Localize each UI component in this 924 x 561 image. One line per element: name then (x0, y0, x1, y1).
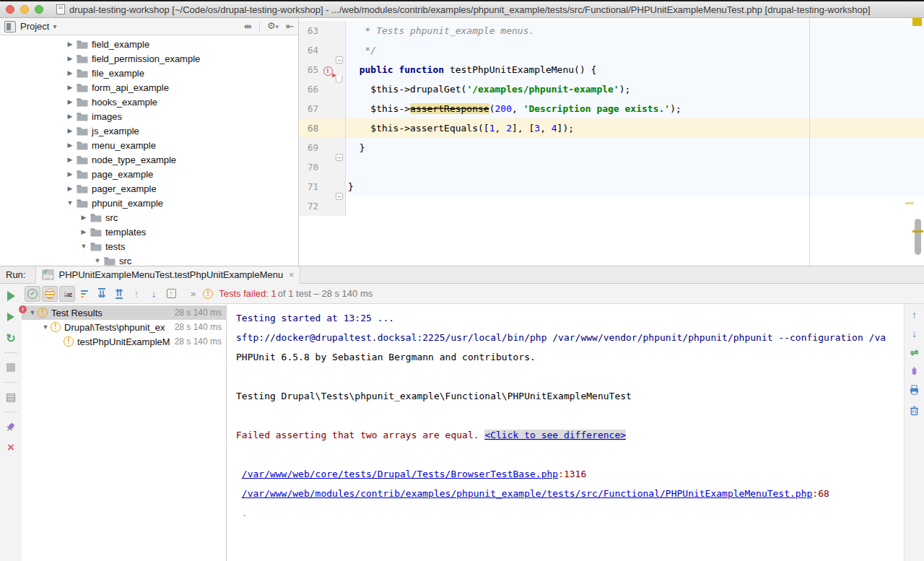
project-view-dropdown-icon[interactable]: ▾ (53, 22, 56, 30)
test-tree-row[interactable]: ▼!Test Results28 s 140 ms (22, 305, 226, 320)
line-number[interactable]: 65 (299, 60, 321, 79)
code-line-72[interactable]: 72 (299, 196, 924, 216)
chevron-down-icon[interactable]: ▼ (65, 199, 75, 206)
line-number[interactable]: 66 (299, 79, 321, 99)
project-tree-item-phpunit_example[interactable]: ▼phpunit_example (0, 196, 298, 210)
more-actions-icon[interactable]: » (191, 288, 196, 299)
editor-gutter[interactable]: 63 (299, 21, 346, 40)
toggle-auto-test-button[interactable]: ↻ (0, 329, 22, 347)
fold-marker-icon[interactable]: − (336, 154, 343, 161)
project-tree-item-hooks_example[interactable]: ▶hooks_example (0, 95, 298, 109)
stop-button[interactable] (0, 359, 22, 376)
project-panel-title[interactable]: Project (20, 21, 49, 32)
project-tree-item-src[interactable]: ▶src (0, 210, 298, 225)
show-passed-filter-button[interactable]: ✓ (25, 286, 40, 302)
close-window-button[interactable] (6, 5, 14, 14)
diff-link[interactable]: <Click to see difference> (484, 430, 626, 440)
project-tree-item-js_example[interactable]: ▶js_example (0, 123, 298, 138)
fold-open-marker-icon[interactable] (335, 76, 342, 82)
chevron-down-icon[interactable]: ▼ (40, 323, 51, 331)
line-number[interactable]: 68 (299, 118, 321, 138)
code-line-67[interactable]: 67 $this->assertResponse(200, 'Descripti… (299, 99, 924, 118)
code-line-66[interactable]: 66 $this->drupalGet('/examples/phpunit-e… (299, 79, 924, 99)
editor-scrollbar[interactable] (915, 219, 921, 255)
editor-gutter[interactable]: 68 (299, 118, 346, 138)
project-tree-item-field_permission_example[interactable]: ▶field_permission_example (0, 51, 298, 66)
test-tree-row[interactable]: ▼!Drupal\Tests\phpunit_ex28 s 140 ms (22, 320, 226, 334)
line-number[interactable]: 71 (299, 177, 321, 196)
show-ignored-filter-button[interactable] (42, 286, 58, 302)
scroll-from-source-icon[interactable]: ⇹ (244, 21, 252, 32)
chevron-right-icon[interactable]: ▶ (65, 185, 75, 192)
stacktrace-link[interactable]: /var/www/web/core/tests/Drupal/Tests/Bro… (242, 469, 558, 479)
code-text[interactable]: public function testPhpUnitExampleMenu()… (346, 60, 924, 79)
editor-gutter[interactable]: 67 (299, 99, 346, 118)
zoom-window-button[interactable] (35, 5, 43, 14)
chevron-right-icon[interactable]: ▶ (79, 228, 89, 235)
chevron-right-icon[interactable]: ▶ (65, 55, 75, 62)
project-tree-item-menu_example[interactable]: ▶menu_example (0, 138, 298, 152)
chevron-right-icon[interactable]: ▶ (65, 98, 75, 105)
scroll-down-icon[interactable]: ↓ (912, 329, 917, 339)
chevron-right-icon[interactable]: ▶ (65, 40, 75, 48)
inspection-status-indicator[interactable] (912, 18, 922, 26)
chevron-right-icon[interactable]: ▶ (65, 113, 75, 120)
code-text[interactable] (346, 157, 924, 177)
fold-marker-icon[interactable]: − (336, 193, 343, 200)
failed-test-run-icon[interactable]: ! (323, 66, 333, 76)
chevron-right-icon[interactable]: ▶ (65, 84, 75, 91)
code-text[interactable]: } (346, 177, 924, 196)
minimize-window-button[interactable] (20, 5, 29, 14)
line-number[interactable]: 72 (299, 196, 321, 216)
stacktrace-link[interactable]: /var/www/web/modules/contrib/examples/ph… (242, 488, 813, 499)
line-number[interactable]: 64 (299, 40, 321, 60)
code-text[interactable]: $this->assertResponse(200, 'Description … (346, 99, 924, 118)
chevron-down-icon[interactable]: ▼ (92, 257, 103, 264)
project-tree-item-file_example[interactable]: ▶file_example (0, 66, 298, 80)
rerun-button[interactable] (0, 287, 22, 305)
line-number[interactable]: 67 (299, 99, 321, 118)
project-tree-item-page_example[interactable]: ▶page_example (0, 167, 298, 181)
project-tree-item-pager_example[interactable]: ▶pager_example (0, 181, 298, 196)
code-line-63[interactable]: 63 * Tests phpunit_example menus. (299, 21, 924, 40)
gear-icon[interactable]: ⚙▾ (267, 20, 279, 32)
chevron-right-icon[interactable]: ▶ (65, 156, 75, 163)
test-console-output[interactable]: Testing started at 13:25 ...sftp://docke… (227, 304, 904, 561)
code-text[interactable]: $this->assertEquals([1, 2], [3, 4]); (346, 118, 924, 138)
scroll-up-icon[interactable]: ↑ (912, 310, 917, 320)
chevron-down-icon[interactable]: ▼ (27, 309, 38, 316)
chevron-right-icon[interactable]: ▶ (65, 142, 75, 149)
project-tree-item-node_type_example[interactable]: ▶node_type_example (0, 152, 298, 167)
line-number[interactable]: 69 (299, 138, 321, 157)
rerun-failed-tests-button[interactable]: ! (0, 308, 22, 326)
expand-all-button[interactable]: ⇊ (94, 286, 110, 302)
error-stripe-mark[interactable] (905, 202, 914, 204)
code-line-65[interactable]: 65! public function testPhpUnitExampleMe… (299, 60, 924, 79)
code-text[interactable]: $this->drupalGet('/examples/phpunit-exam… (346, 79, 924, 99)
project-tree-item-images[interactable]: ▶images (0, 109, 298, 123)
collapse-all-button[interactable]: ⇈ (111, 286, 127, 302)
previous-failed-test-button[interactable]: ↑ (128, 286, 144, 302)
pin-tab-icon[interactable] (0, 418, 22, 435)
clear-all-icon[interactable] (910, 406, 919, 418)
sort-by-duration-button[interactable] (77, 286, 92, 302)
chevron-down-icon[interactable]: ▼ (79, 243, 89, 250)
close-icon[interactable]: × (289, 270, 294, 280)
test-tree-row[interactable]: !testPhpUnitExampleM28 s 140 ms (22, 334, 226, 349)
run-tab[interactable]: php PHPUnitExampleMenuTest.testPhpUnitEx… (35, 266, 300, 284)
code-line-68[interactable]: 68 $this->assertEquals([1, 2], [3, 4]); (299, 118, 924, 138)
code-editor[interactable]: 63 * Tests phpunit_example menus.64− */6… (299, 18, 924, 266)
close-panel-button[interactable]: × (0, 439, 22, 456)
sort-alphabetically-button[interactable]: ↓az (59, 286, 75, 302)
code-line-69[interactable]: 69− } (299, 138, 924, 157)
project-tree-item-form_api_example[interactable]: ▶form_api_example (0, 80, 298, 95)
code-text[interactable]: * Tests phpunit_example menus. (346, 21, 924, 40)
editor-gutter[interactable]: 71− (299, 177, 346, 196)
chevron-right-icon[interactable]: ▶ (65, 127, 75, 134)
chevron-right-icon[interactable]: ▶ (65, 69, 75, 77)
editor-gutter[interactable]: 64− (299, 40, 346, 60)
code-text[interactable] (346, 196, 924, 216)
hide-panel-icon[interactable]: ⇤ (286, 21, 294, 32)
line-number[interactable]: 70 (299, 157, 321, 177)
next-failed-test-button[interactable]: ↓ (146, 286, 162, 302)
